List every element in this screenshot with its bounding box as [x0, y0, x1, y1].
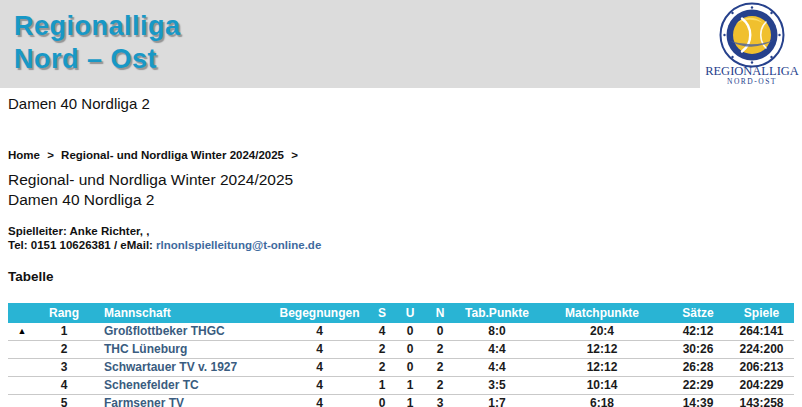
- games-cell: 206:213: [729, 359, 794, 377]
- rank-cell: 4: [36, 377, 92, 395]
- rank-up-icon: [8, 341, 36, 359]
- matches-cell: 4: [272, 359, 367, 377]
- tennis-ball-badge-icon: REGIONALLIGA NORD-OST: [700, 0, 802, 88]
- sets-cell: 22:29: [667, 377, 729, 395]
- match-points-cell: 10:14: [537, 377, 667, 395]
- table-points-cell: 3:5: [457, 377, 537, 395]
- wins-cell: 2: [367, 359, 397, 377]
- team-cell: Farmsener TV: [92, 395, 272, 407]
- match-points-cell: 12:12: [537, 341, 667, 359]
- rank-up-icon: [8, 359, 36, 377]
- col-header-matchpunkte: Matchpunkte: [537, 303, 667, 323]
- breadcrumb-season-link[interactable]: Regional- und Nordliga Winter 2024/2025: [61, 149, 284, 161]
- rank-cell: 3: [36, 359, 92, 377]
- rank-up-icon: [8, 395, 36, 407]
- rank-cell: 1: [36, 323, 92, 341]
- team-link[interactable]: Schenefelder TC: [104, 378, 199, 392]
- standings-table-wrap: Rang Mannschaft Begegnungen S U N Tab.Pu…: [8, 303, 794, 407]
- col-header-saetze: Sätze: [667, 303, 729, 323]
- col-header-spiele: Spiele: [729, 303, 794, 323]
- team-link[interactable]: Farmsener TV: [104, 396, 184, 407]
- col-header-niederlagen: N: [423, 303, 457, 323]
- team-link[interactable]: THC Lüneburg: [104, 342, 187, 356]
- col-header-unentschieden: U: [397, 303, 423, 323]
- brand-title: Regionalliga Nord – Ost: [14, 10, 181, 76]
- contact-info: Spielleiter: Anke Richter, , Tel: 0151 1…: [8, 224, 794, 252]
- table-points-cell: 4:4: [457, 341, 537, 359]
- table-row: 2 THC Lüneburg 4 2 0 2 4:4 12:12 30:26 2…: [8, 341, 794, 359]
- losses-cell: 2: [423, 377, 457, 395]
- team-cell: Schwartauer TV v. 1927: [92, 359, 272, 377]
- team-cell: Großflottbeker THGC: [92, 323, 272, 341]
- brand-line-1: Regionalliga: [14, 10, 181, 43]
- page-title: Regional- und Nordliga Winter 2024/2025 …: [8, 170, 794, 210]
- col-header-mannschaft: Mannschaft: [92, 303, 272, 323]
- table-row: 4 Schenefelder TC 4 1 1 2 3:5 10:14 22:2…: [8, 377, 794, 395]
- team-cell: Schenefelder TC: [92, 377, 272, 395]
- table-row: 3 Schwartauer TV v. 1927 4 2 0 2 4:4 12:…: [8, 359, 794, 377]
- sets-cell: 14:39: [667, 395, 729, 407]
- wins-cell: 1: [367, 377, 397, 395]
- col-header-siege: S: [367, 303, 397, 323]
- games-cell: 264:141: [729, 323, 794, 341]
- phone-email-line: Tel: 0151 10626381 / eMail: rlnonlspiell…: [8, 238, 794, 252]
- sets-cell: 30:26: [667, 341, 729, 359]
- breadcrumb: Home > Regional- und Nordliga Winter 202…: [8, 149, 794, 161]
- rank-up-icon: [8, 377, 36, 395]
- wins-cell: 2: [367, 341, 397, 359]
- draws-cell: 0: [397, 341, 423, 359]
- match-points-cell: 6:18: [537, 395, 667, 407]
- table-points-cell: 4:4: [457, 359, 537, 377]
- matches-cell: 4: [272, 323, 367, 341]
- standings-table-body: ▲ 1 Großflottbeker THGC 4 4 0 0 8:0 20:4…: [8, 323, 794, 407]
- page-title-season: Regional- und Nordliga Winter 2024/2025: [8, 170, 794, 190]
- losses-cell: 0: [423, 323, 457, 341]
- match-points-cell: 12:12: [537, 359, 667, 377]
- games-cell: 204:229: [729, 377, 794, 395]
- wins-cell: 0: [367, 395, 397, 407]
- losses-cell: 2: [423, 359, 457, 377]
- rank-cell: 5: [36, 395, 92, 407]
- section-title-tabelle: Tabelle: [8, 269, 794, 284]
- draws-cell: 1: [397, 377, 423, 395]
- logo-text-nord-ost: NORD-OST: [727, 77, 777, 86]
- matches-cell: 4: [272, 377, 367, 395]
- table-points-cell: 8:0: [457, 323, 537, 341]
- team-link[interactable]: Großflottbeker THGC: [104, 324, 225, 338]
- table-header-row: Rang Mannschaft Begegnungen S U N Tab.Pu…: [8, 303, 794, 323]
- team-cell: THC Lüneburg: [92, 341, 272, 359]
- matches-cell: 4: [272, 395, 367, 407]
- match-points-cell: 20:4: [537, 323, 667, 341]
- breadcrumb-separator: >: [291, 149, 298, 161]
- email-link[interactable]: rlnonlspielleitung@t-online.de: [156, 239, 321, 251]
- table-points-cell: 1:7: [457, 395, 537, 407]
- col-header-marker: [8, 303, 36, 323]
- draws-cell: 0: [397, 323, 423, 341]
- breadcrumb-separator: >: [47, 149, 54, 161]
- league-logo: REGIONALLIGA NORD-OST: [700, 0, 802, 88]
- matches-cell: 4: [272, 341, 367, 359]
- draws-cell: 1: [397, 395, 423, 407]
- sets-cell: 42:12: [667, 323, 729, 341]
- sets-cell: 26:28: [667, 359, 729, 377]
- table-row: ▲ 1 Großflottbeker THGC 4 4 0 0 8:0 20:4…: [8, 323, 794, 341]
- losses-cell: 2: [423, 341, 457, 359]
- page-header: Regionalliga Nord – Ost REGIONALLIGA NOR…: [0, 0, 802, 88]
- brand-line-2: Nord – Ost: [14, 43, 181, 76]
- rank-up-icon: ▲: [8, 323, 36, 341]
- col-header-rang: Rang: [36, 303, 92, 323]
- losses-cell: 3: [423, 395, 457, 407]
- spielleiter-line: Spielleiter: Anke Richter, ,: [8, 224, 794, 238]
- rank-cell: 2: [36, 341, 92, 359]
- page-title-league: Damen 40 Nordliga 2: [8, 190, 794, 210]
- subheader-title: Damen 40 Nordliga 2: [0, 88, 802, 113]
- wins-cell: 4: [367, 323, 397, 341]
- breadcrumb-home-link[interactable]: Home: [8, 149, 40, 161]
- phone-label: Tel: 0151 10626381 / eMail:: [8, 239, 156, 251]
- games-cell: 143:258: [729, 395, 794, 407]
- draws-cell: 0: [397, 359, 423, 377]
- col-header-begegnungen: Begegnungen: [272, 303, 367, 323]
- logo-text-regionalliga: REGIONALLIGA: [705, 64, 799, 78]
- col-header-tabpunkte: Tab.Punkte: [457, 303, 537, 323]
- team-link[interactable]: Schwartauer TV v. 1927: [104, 360, 237, 374]
